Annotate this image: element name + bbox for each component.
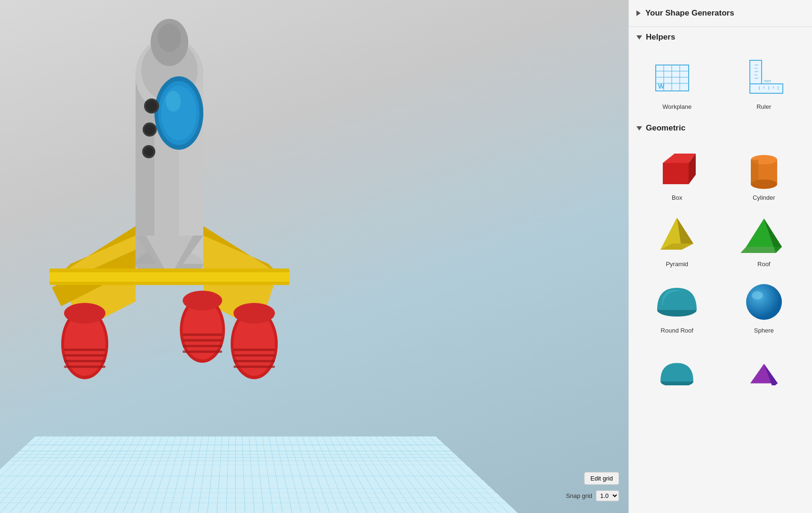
geometric-grid: Box Cylinder (629, 137, 812, 342)
sphere-item[interactable]: Sphere (722, 273, 807, 338)
svg-rect-45 (183, 350, 222, 353)
edit-grid-button[interactable]: Edit grid (584, 472, 619, 485)
main-viewport: Edit grid Snap grid 1.0 0.5 2.0 5.0 (0, 0, 628, 513)
shape-generators-title: Your Shape Generators (645, 8, 734, 18)
pyramid-item[interactable]: Pyramid (635, 207, 720, 271)
sphere-icon (738, 278, 790, 325)
pyramid-icon (651, 212, 703, 259)
partial-shape-1-icon (651, 350, 703, 397)
ruler-label: Ruler (756, 103, 771, 110)
workplane-icon: W (651, 54, 703, 101)
svg-rect-44 (183, 345, 222, 347)
workplane-label: Workplane (662, 103, 691, 110)
svg-text:W: W (658, 82, 665, 90)
geometric-collapse-icon (636, 126, 642, 130)
collapse-icon (636, 10, 641, 16)
roof-label: Roof (757, 261, 770, 268)
svg-point-14 (146, 100, 157, 112)
partial-shape-2-icon (738, 350, 790, 397)
grid-floor (0, 436, 591, 513)
sphere-label: Sphere (754, 327, 774, 334)
more-shapes-grid (629, 342, 812, 405)
svg-rect-31 (64, 366, 105, 368)
roof-item[interactable]: Roof (722, 207, 807, 271)
svg-rect-29 (64, 354, 105, 357)
svg-point-18 (144, 147, 153, 156)
svg-rect-43 (183, 339, 222, 342)
helpers-section-header[interactable]: Helpers (629, 27, 812, 46)
svg-rect-76 (751, 160, 758, 184)
svg-point-84 (746, 284, 782, 320)
workplane-item[interactable]: W Workplane (635, 49, 720, 114)
snap-grid-row: Snap grid 1.0 0.5 2.0 5.0 (566, 490, 619, 501)
svg-rect-48 (49, 272, 289, 282)
cylinder-label: Cylinder (753, 194, 775, 201)
box-label: Box (672, 194, 682, 201)
svg-rect-37 (233, 360, 275, 362)
helpers-collapse-icon (636, 35, 642, 40)
snap-grid-label: Snap grid (566, 492, 592, 499)
svg-point-85 (752, 291, 763, 300)
svg-point-39 (233, 303, 275, 324)
right-panel: Your Shape Generators Helpers (628, 0, 812, 513)
partial-shape-2[interactable] (722, 345, 807, 401)
geometric-label: Geometric (646, 123, 685, 133)
geometric-section-header[interactable]: Geometric (629, 118, 812, 137)
svg-point-12 (166, 91, 181, 112)
ruler-icon: mm (738, 54, 790, 101)
svg-rect-42 (183, 334, 222, 336)
svg-rect-38 (233, 366, 275, 368)
ruler-item[interactable]: mm Ruler (722, 49, 807, 114)
svg-marker-82 (740, 247, 782, 253)
round-roof-label: Round Roof (661, 327, 693, 334)
shape-generators-header[interactable]: Your Shape Generators (629, 0, 812, 27)
svg-rect-28 (64, 349, 105, 351)
box-icon (651, 145, 703, 192)
round-roof-icon (651, 278, 703, 325)
svg-rect-35 (233, 349, 275, 351)
svg-marker-70 (663, 163, 689, 184)
cylinder-item[interactable]: Cylinder (722, 140, 807, 205)
svg-point-11 (161, 86, 197, 140)
helpers-label: Helpers (646, 33, 675, 42)
svg-rect-36 (233, 354, 275, 357)
svg-text:mm: mm (764, 79, 771, 83)
rocket-scene (24, 9, 353, 433)
helpers-grid: W Workplane (629, 46, 812, 118)
snap-grid-select[interactable]: 1.0 0.5 2.0 5.0 (596, 490, 619, 501)
svg-point-32 (64, 303, 105, 324)
pyramid-label: Pyramid (666, 261, 688, 268)
svg-point-8 (158, 24, 181, 52)
box-item[interactable]: Box (635, 140, 720, 205)
svg-point-16 (145, 124, 155, 135)
round-roof-item[interactable]: Round Roof (635, 273, 720, 338)
cylinder-icon (738, 145, 790, 192)
svg-rect-30 (64, 360, 105, 362)
roof-icon (738, 212, 790, 259)
partial-shape-1[interactable] (635, 345, 720, 401)
svg-point-46 (183, 291, 222, 310)
